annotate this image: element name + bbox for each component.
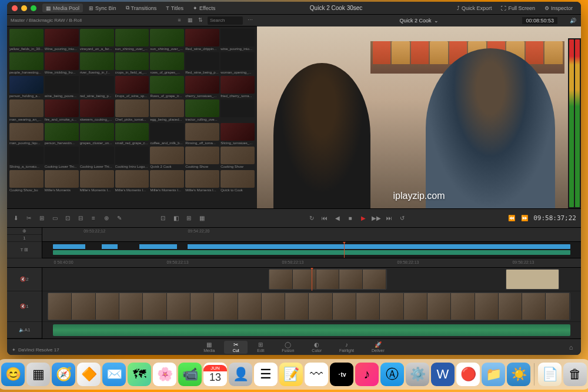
video-clip[interactable] [269,269,387,290]
media-clip-item[interactable]: Quick to Cook [220,170,255,192]
dock-mail[interactable]: ✉️ [102,363,126,386]
video-clip-main[interactable] [48,293,570,320]
media-clip-item[interactable]: small_red_grape_c... [115,123,149,145]
solo-icon[interactable]: 🔈 [19,327,25,333]
dock-weather[interactable]: ☀️ [507,363,530,386]
media-clip-item[interactable]: grapes_cluster_on... [80,123,114,145]
media-clip-item[interactable]: river_flowing_in_f... [80,52,114,75]
media-clip-item[interactable]: Cooking Show [185,147,219,169]
media-clip-item[interactable]: cherry_tomatoes_... [185,76,219,98]
step-back-icon[interactable]: ◀ [333,214,342,222]
video-track-1-head[interactable]: 🔇 1 [7,291,42,322]
media-clip-item[interactable]: rows_of_grapes_... [150,52,184,75]
media-clip-item[interactable]: crops_in_field_at_... [115,52,149,75]
media-clip-item[interactable]: person_harvestin... [45,123,79,145]
tool-icon[interactable]: ⊞ [185,214,193,222]
media-clip-item[interactable]: sun_shining_over_... [150,29,184,51]
tool-icon[interactable]: ▭ [51,214,59,222]
prev-clip-icon[interactable]: ⏮ [320,214,329,222]
inspector-button[interactable]: ⚙Inspector [541,4,576,12]
audio-waveform[interactable] [53,324,570,336]
media-clip-item[interactable]: coffee_and_milk_b... [150,123,184,145]
jog-back-icon[interactable]: ⏪ [507,214,516,222]
dock-facetime[interactable]: 📹 [178,363,202,386]
dock-contacts[interactable]: 👤 [229,363,252,386]
dock-maps[interactable]: 🗺 [128,363,151,386]
tab-sync-bin[interactable]: ⊞Sync Bin [85,4,120,12]
viewer-clip-dropdown[interactable]: Quick 2 Cook ⌄ [399,18,438,24]
import-icon[interactable]: ⬇ [12,214,20,222]
tool-icon[interactable]: ⊟ [76,214,85,222]
video-track-1[interactable] [42,291,581,322]
zoom-tool-icon[interactable]: ⊕ [7,228,42,235]
minimize-window-button[interactable] [21,5,27,11]
dock-launchpad[interactable]: ▦ [26,363,50,386]
tab-titles[interactable]: TTitles [162,4,187,12]
dock-safari[interactable]: 🧭 [52,363,75,386]
options-icon[interactable]: ⋯ [246,16,253,24]
dock-folder[interactable]: 📁 [482,363,505,386]
media-clip-item[interactable]: Millie's Moments I... [80,170,114,192]
media-clip-item[interactable]: Millie's Moments I... [150,170,184,192]
media-clip-item[interactable]: egg_being_placed... [150,99,184,122]
tool-icon[interactable]: ✎ [115,214,123,222]
media-clip-item[interactable]: Rows_of_grape_tr... [150,76,184,98]
loop-icon[interactable]: ↻ [308,214,316,222]
maximize-window-button[interactable] [31,5,36,11]
full-screen-button[interactable]: ⛶Full Screen [497,4,539,12]
media-clip-item[interactable]: Rinsing_off_toma... [185,123,219,145]
media-clip-item[interactable]: person_holding_a... [9,76,44,98]
dock-calendar[interactable]: JUN13 [203,363,227,386]
media-clip-item[interactable]: Chef_picks_tomat... [115,99,149,122]
dock-trash[interactable]: 🗑 [563,363,587,386]
media-clip-item[interactable]: yellow_fields_in_30... [9,29,44,51]
dock-finder[interactable]: 😊 [1,363,25,386]
dock-reminders[interactable]: ☰ [254,363,278,386]
home-button[interactable]: ⌂ [567,343,575,351]
media-clip-item[interactable]: sun_shining_over_... [115,29,149,51]
page-tab-fusion[interactable]: ◯Fusion [273,341,302,354]
dock-chrome[interactable]: 🔴 [456,363,480,386]
media-clip-item[interactable]: Drops_of_wine_sp... [115,76,149,98]
media-clip-item[interactable]: Millie's Moments I... [115,170,149,192]
media-clip-item[interactable]: fried_cherry_toma... [220,76,255,98]
play-button[interactable]: ▶ [359,214,368,222]
media-clip-item[interactable]: man_wearing_an_... [9,99,44,122]
media-clip-item[interactable]: man_pouring_liqu... [9,123,44,145]
media-clip-item[interactable]: Quick 2 Cook [150,147,184,169]
timecode-display[interactable]: 09:58:37;22 [533,214,576,222]
playhead[interactable] [312,268,312,291]
media-clip-item[interactable]: Red_wine_drippin... [185,29,219,51]
media-clip-item[interactable]: Slicing_a_tomato... [9,147,44,169]
grid-view-icon[interactable]: ▦ [186,16,193,24]
dock-music[interactable]: ♪ [355,363,379,386]
media-clip-item[interactable]: Millie's Moments I... [185,170,219,192]
track-index[interactable]: 1 [7,235,42,242]
media-clip-item[interactable]: wine_pouring_into... [220,29,255,51]
page-tab-deliver[interactable]: 🚀Deliver [363,341,393,354]
tool-icon[interactable]: ⊕ [102,214,111,222]
page-tab-color[interactable]: ◐Color [303,341,330,354]
speaker-icon[interactable]: 🔊 [569,17,576,24]
boring-detector-icon[interactable]: ⊡ [159,214,167,222]
media-clip-item[interactable]: Red_wine_being_p... [185,52,219,75]
tab-transitions[interactable]: ⧉Transitions [122,4,161,12]
list-view-icon[interactable]: ≡ [176,16,183,24]
tool-icon[interactable]: ≡ [89,214,98,222]
media-clip-item[interactable]: Millie's Moments [45,170,79,192]
media-clip-item[interactable]: skewers_cooking_... [80,99,114,122]
media-clip-item[interactable]: wine_being_poure... [45,76,79,98]
loop-icon[interactable]: ↺ [398,214,406,222]
video-clip[interactable] [506,269,560,290]
stop-icon[interactable]: ■ [346,214,355,222]
media-clip-item[interactable]: people_harvesting... [9,52,44,75]
dock-word[interactable]: W [431,363,455,386]
media-clip-item[interactable]: Slicing_tomatoes_... [220,123,255,145]
overview-content[interactable] [42,242,581,258]
step-forward-icon[interactable]: ▶▶ [372,214,380,222]
tool-icon[interactable]: ✂ [25,214,33,222]
timeline-ruler-overview[interactable]: ⊕ 1 09:53:22;1209:54:22;20 [7,228,581,242]
media-clip-item[interactable]: Cooking Show_bu [9,170,44,192]
media-clip-item[interactable]: red_wine_being_p... [80,76,114,98]
page-tab-cut[interactable]: ✂Cut [224,341,248,354]
